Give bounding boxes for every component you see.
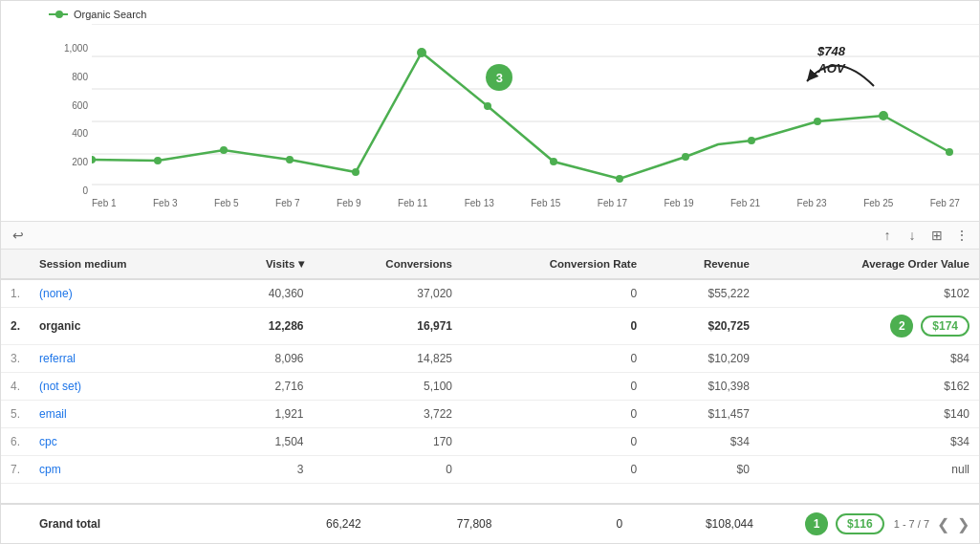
toolbar-left: ↩: [9, 226, 28, 245]
cell-visits: 3: [214, 456, 313, 484]
cell-conversions: 16,971: [314, 308, 462, 345]
svg-point-7: [154, 157, 162, 164]
annotation-arrow-svg: [721, 29, 912, 96]
table-header-row: Session medium Visits ▾ Conversions Conv…: [1, 250, 979, 279]
table-row: 1. (none) 40,360 37,020 0 $55,222 $102: [1, 279, 979, 308]
svg-point-15: [682, 153, 689, 161]
table-row: 3. referral 8,096 14,825 0 $10,209 $84: [1, 345, 979, 373]
svg-point-12: [484, 102, 491, 110]
annotation: $748 AOV: [817, 43, 845, 77]
table-row: 2. organic 12,286 16,971 0 $20,725 2$174: [1, 308, 979, 345]
y-axis: 1,000 800 600 400 200 0: [49, 43, 92, 196]
cell-num: 5.: [1, 401, 30, 428]
toolbar-right: ↑ ↓ ⊞ ⋮: [878, 226, 971, 245]
cell-revenue: $10,398: [646, 373, 759, 401]
cell-rate: 0: [462, 345, 646, 373]
cell-num: 1.: [1, 279, 30, 308]
cell-conversions: 37,020: [314, 279, 462, 308]
cell-visits: 12,286: [214, 308, 313, 345]
cell-aov: 2$174: [759, 308, 979, 345]
table-row: 7. cpm 3 0 0 $0 null: [1, 456, 979, 484]
cell-medium[interactable]: cpc: [30, 428, 214, 456]
cell-num: 2.: [1, 308, 30, 345]
cell-visits: 2,716: [214, 373, 313, 401]
badge-2: 2: [890, 315, 913, 337]
chart-area: Organic Search 1,000 800 600 400 200 0: [1, 1, 979, 221]
cell-rate: 0: [462, 401, 646, 428]
main-container: Organic Search 1,000 800 600 400 200 0: [0, 0, 980, 544]
cell-visits: 8,096: [214, 345, 313, 373]
cell-rate: 0: [462, 373, 646, 401]
cell-medium[interactable]: cpm: [30, 456, 214, 484]
cell-conversions: 3,722: [314, 401, 462, 428]
footer-visits: 66,242: [230, 517, 361, 531]
chart-svg-container: 1,000 800 600 400 200 0: [49, 24, 960, 196]
cell-aov: $34: [759, 428, 979, 456]
sort-down-icon[interactable]: ↓: [903, 226, 922, 245]
col-aov-header: Average Order Value: [759, 250, 979, 279]
cell-rate: 0: [462, 428, 646, 456]
sort-up-icon[interactable]: ↑: [878, 226, 897, 245]
cell-rate: 0: [462, 279, 646, 308]
cell-conversions: 170: [314, 428, 462, 456]
cell-medium[interactable]: (none): [30, 279, 214, 308]
badge-1: 1: [805, 512, 828, 535]
table-area: Session medium Visits ▾ Conversions Conv…: [1, 250, 979, 503]
export-icon[interactable]: ⊞: [927, 226, 947, 245]
table-row: 4. (not set) 2,716 5,100 0 $10,398 $162: [1, 373, 979, 401]
next-page-button[interactable]: ❯: [957, 515, 969, 533]
cell-medium[interactable]: (not set): [30, 373, 214, 401]
prev-page-button[interactable]: ❮: [937, 515, 949, 533]
cell-aov: $162: [759, 373, 979, 401]
footer-values: 66,242 77,808 0 $108,044 1 $116: [230, 512, 884, 535]
col-revenue-header: Revenue: [646, 250, 759, 279]
footer-rate: 0: [491, 517, 622, 531]
cell-aov: $84: [759, 345, 979, 373]
cell-revenue: $55,222: [646, 279, 759, 308]
col-visits-header[interactable]: Visits ▾: [214, 250, 313, 279]
table-footer: Grand total 66,242 77,808 0 $108,044 1 $…: [1, 503, 979, 543]
col-rate-header: Conversion Rate: [462, 250, 646, 279]
cell-aov: null: [759, 456, 979, 484]
cell-revenue: $11,457: [646, 401, 759, 428]
footer-total-label: Grand total: [39, 517, 230, 531]
svg-point-6: [92, 156, 96, 163]
footer-aov-circled: $116: [836, 513, 884, 534]
cell-revenue: $10,209: [646, 345, 759, 373]
table-toolbar: ↩ ↑ ↓ ⊞ ⋮: [1, 221, 979, 250]
undo-icon[interactable]: ↩: [9, 226, 28, 245]
chart-legend: Organic Search: [49, 9, 960, 20]
cell-aov: $102: [759, 279, 979, 308]
cell-medium[interactable]: organic: [30, 308, 214, 345]
table-row: 5. email 1,921 3,722 0 $11,457 $140: [1, 401, 979, 428]
cell-revenue: $20,725: [646, 308, 759, 345]
x-axis: Feb 1 Feb 3 Feb 5 Feb 7 Feb 9 Feb 11 Feb…: [92, 198, 960, 208]
cell-medium[interactable]: email: [30, 401, 214, 428]
cell-conversions: 5,100: [314, 373, 462, 401]
table-row: 6. cpc 1,504 170 0 $34 $34: [1, 428, 979, 456]
svg-point-8: [220, 146, 228, 154]
col-num-header: [1, 250, 30, 279]
cell-conversions: 0: [314, 456, 462, 484]
legend-label: Organic Search: [74, 9, 146, 20]
cell-num: 7.: [1, 456, 30, 484]
svg-point-16: [748, 137, 755, 144]
svg-point-19: [946, 148, 953, 156]
cell-visits: 1,504: [214, 428, 313, 456]
cell-visits: 40,360: [214, 279, 313, 308]
aov-circled: $174: [921, 316, 969, 337]
cell-num: 6.: [1, 428, 30, 456]
cell-num: 4.: [1, 373, 30, 401]
cell-rate: 0: [462, 456, 646, 484]
svg-point-9: [286, 156, 294, 163]
cell-medium[interactable]: referral: [30, 345, 214, 373]
more-options-icon[interactable]: ⋮: [952, 226, 971, 245]
legend-line-icon: [49, 13, 68, 15]
cell-visits: 1,921: [214, 401, 313, 428]
svg-point-10: [352, 168, 359, 176]
data-table: Session medium Visits ▾ Conversions Conv…: [1, 250, 979, 484]
svg-point-14: [616, 175, 623, 183]
footer-conversions: 77,808: [361, 517, 492, 531]
cell-aov: $140: [759, 401, 979, 428]
cell-conversions: 14,825: [314, 345, 462, 373]
